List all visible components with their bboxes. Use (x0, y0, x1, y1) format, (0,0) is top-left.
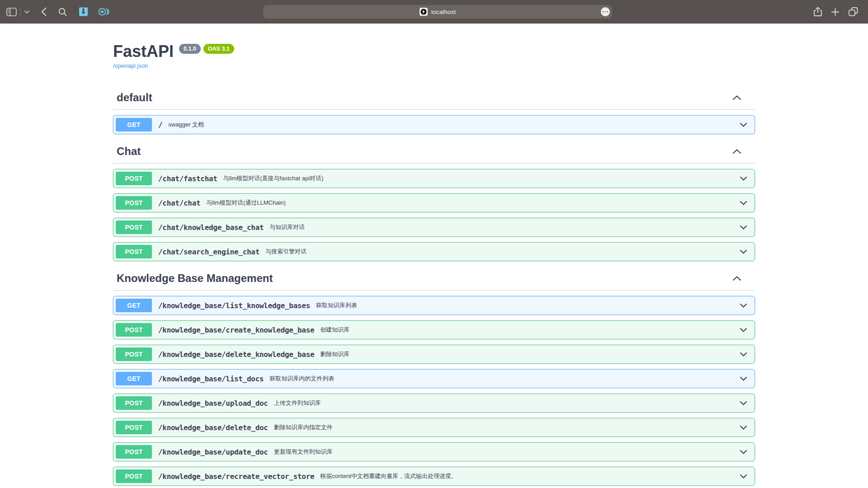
endpoint-path: /knowledge_base/list_knowledge_bases (158, 301, 310, 310)
collapse-chevron-icon[interactable] (732, 95, 741, 100)
section-knowledge-base-management: Knowledge Base Management GET /knowledge… (113, 267, 755, 486)
site-favicon (420, 8, 428, 16)
endpoint-description: 与搜索引擎对话 (265, 248, 307, 256)
endpoint-path: /knowledge_base/update_doc (158, 448, 268, 456)
expand-chevron-icon[interactable] (740, 376, 747, 381)
expand-chevron-icon[interactable] (740, 122, 747, 127)
collapse-chevron-icon[interactable] (732, 276, 741, 281)
url-text: localhost (431, 9, 456, 15)
endpoint-description: 上传文件到知识库 (274, 399, 321, 407)
endpoint-row[interactable]: GET / swagger 文档 (113, 115, 755, 134)
endpoint-row[interactable]: POST /knowledge_base/create_knowledge_ba… (113, 320, 755, 339)
endpoint-row[interactable]: POST /knowledge_base/recreate_vector_sto… (113, 467, 755, 486)
endpoint-description: 与llm模型对话(通过LLMChain) (206, 199, 286, 207)
expand-chevron-icon[interactable] (740, 303, 747, 308)
endpoint-description: 根据content中文档重建向量库，流式输出处理进度。 (320, 472, 457, 480)
sidebar-toggle-icon[interactable] (6, 8, 17, 16)
endpoint-row[interactable]: POST /knowledge_base/upload_doc 上传文件到知识库 (113, 394, 755, 413)
expand-chevron-icon[interactable] (740, 425, 747, 430)
share-icon[interactable] (814, 7, 822, 17)
expand-chevron-icon[interactable] (740, 474, 747, 479)
method-badge: POST (116, 196, 152, 210)
browser-toolbar: localhost (0, 0, 868, 23)
endpoint-path: /knowledge_base/delete_knowledge_base (158, 350, 314, 359)
method-badge: POST (116, 396, 152, 410)
method-badge: POST (116, 421, 152, 434)
endpoint-description: swagger 文档 (168, 121, 204, 129)
openapi-json-link[interactable]: /openapi.json (113, 62, 148, 69)
section-header[interactable]: default (113, 86, 755, 110)
tab-overview-icon[interactable] (849, 7, 858, 16)
endpoint-path: /knowledge_base/create_knowledge_base (158, 326, 314, 334)
method-badge: GET (116, 118, 152, 131)
expand-chevron-icon[interactable] (740, 352, 747, 357)
toolbar-divider (20, 8, 20, 16)
swagger-page: FastAPI 0.1.0 OAS 3.1 /openapi.json defa… (104, 23, 764, 486)
endpoint-row[interactable]: POST /knowledge_base/update_doc 更新现有文件到知… (113, 442, 755, 461)
method-badge: POST (116, 221, 152, 234)
endpoint-path: /knowledge_base/delete_doc (158, 423, 268, 432)
endpoint-row[interactable]: POST /chat/knowledge_base_chat 与知识库对话 (113, 218, 755, 237)
method-badge: POST (116, 245, 152, 258)
endpoint-row[interactable]: GET /knowledge_base/list_docs 获取知识库内的文件列… (113, 369, 755, 388)
endpoint-path: /knowledge_base/upload_doc (158, 399, 268, 408)
section-chat: Chat POST /chat/fastchat 与llm模型对话(直接与fas… (113, 140, 755, 261)
collapse-chevron-icon[interactable] (732, 149, 741, 154)
endpoint-row[interactable]: GET /knowledge_base/list_knowledge_bases… (113, 296, 755, 315)
api-title-text: FastAPI (113, 42, 174, 61)
section-header[interactable]: Knowledge Base Management (113, 267, 755, 291)
search-icon[interactable] (58, 8, 67, 16)
endpoint-row[interactable]: POST /chat/chat 与llm模型对话(通过LLMChain) (113, 193, 755, 212)
endpoint-path: /chat/fastchat (158, 174, 217, 183)
endpoint-path: /knowledge_base/recreate_vector_store (158, 472, 314, 481)
section-header[interactable]: Chat (113, 140, 755, 164)
version-badge: 0.1.0 (179, 44, 201, 54)
back-icon[interactable] (41, 7, 47, 16)
api-info: FastAPI 0.1.0 OAS 3.1 /openapi.json (113, 42, 755, 70)
recording-extension-icon[interactable] (98, 7, 109, 16)
endpoint-path: /chat/chat (158, 199, 200, 207)
endpoint-description: 更新现有文件到知识库 (274, 448, 333, 456)
expand-chevron-icon[interactable] (740, 249, 747, 254)
method-badge: POST (116, 469, 152, 483)
endpoint-path: / (158, 121, 162, 129)
method-badge: POST (116, 172, 152, 185)
endpoint-row[interactable]: POST /knowledge_base/delete_doc 删除知识库内指定… (113, 418, 755, 437)
new-tab-icon[interactable] (831, 8, 839, 16)
endpoint-description: 获取知识库列表 (316, 301, 357, 310)
method-badge: POST (116, 347, 152, 361)
expand-chevron-icon[interactable] (740, 328, 747, 332)
section-title: Chat (117, 145, 141, 158)
endpoint-description: 删除知识库内指定文件 (274, 423, 333, 432)
endpoint-path: /chat/knowledge_base_chat (158, 223, 264, 232)
endpoint-path: /knowledge_base/list_docs (158, 375, 264, 383)
expand-chevron-icon[interactable] (740, 176, 747, 181)
tab-group-chevron-icon[interactable] (24, 10, 29, 14)
endpoint-path: /chat/search_engine_chat (158, 248, 259, 256)
endpoint-description: 创建知识库 (320, 326, 349, 334)
section-default: default GET / swagger 文档 (113, 86, 755, 134)
method-badge: GET (116, 372, 152, 385)
endpoint-row[interactable]: POST /chat/search_engine_chat 与搜索引擎对话 (113, 242, 755, 261)
section-title: default (117, 91, 152, 104)
expand-chevron-icon[interactable] (740, 201, 747, 205)
oas-badge: OAS 3.1 (203, 44, 234, 54)
endpoint-description: 删除知识库 (320, 350, 349, 358)
endpoint-description: 获取知识库内的文件列表 (269, 375, 334, 383)
method-badge: POST (116, 445, 152, 459)
pinboard-extension-icon[interactable] (79, 7, 88, 17)
endpoint-row[interactable]: POST /chat/fastchat 与llm模型对话(直接与fastchat… (113, 169, 755, 188)
endpoint-description: 与llm模型对话(直接与fastchat api对话) (223, 174, 324, 183)
expand-chevron-icon[interactable] (740, 450, 747, 454)
endpoint-description: 与知识库对话 (269, 223, 305, 231)
expand-chevron-icon[interactable] (740, 401, 747, 405)
expand-chevron-icon[interactable] (740, 225, 747, 230)
endpoint-row[interactable]: POST /knowledge_base/delete_knowledge_ba… (113, 345, 755, 364)
method-badge: POST (116, 323, 152, 337)
address-bar[interactable]: localhost (263, 5, 612, 19)
section-title: Knowledge Base Management (117, 272, 273, 285)
page-menu-ellipsis-button[interactable] (601, 7, 610, 16)
page-title: FastAPI 0.1.0 OAS 3.1 (113, 42, 755, 61)
method-badge: GET (116, 299, 152, 312)
